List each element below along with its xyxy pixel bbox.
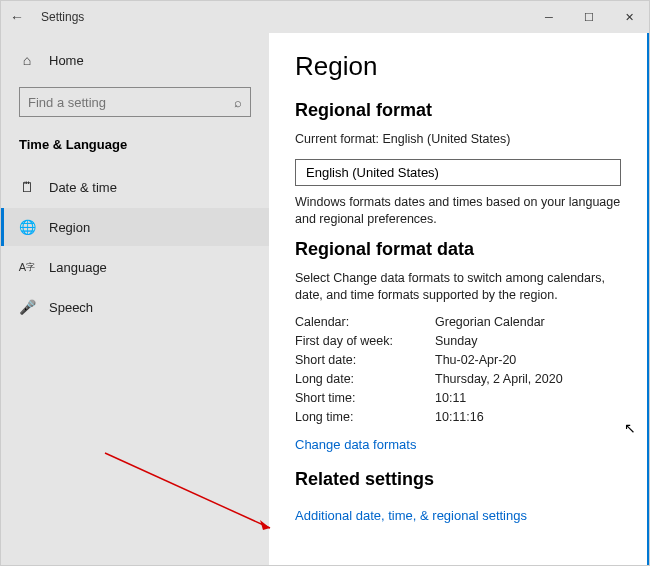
format-dropdown[interactable]: English (United States)	[295, 159, 621, 186]
sidebar-item-speech[interactable]: 🎤 Speech	[1, 288, 269, 326]
additional-settings-link[interactable]: Additional date, time, & regional settin…	[295, 508, 527, 523]
table-row: Short time:10:11	[295, 391, 621, 405]
calendar-icon: 🗒	[19, 179, 35, 195]
title-bar: ← Settings ─ ☐ ✕	[1, 1, 649, 33]
back-button[interactable]: ←	[1, 9, 33, 25]
dropdown-value: English (United States)	[306, 165, 439, 180]
content-pane: Region Regional format Current format: E…	[269, 33, 649, 565]
close-button[interactable]: ✕	[609, 1, 649, 33]
sidebar-section-title: Time & Language	[1, 131, 269, 164]
regional-format-heading: Regional format	[295, 100, 621, 121]
maximize-button[interactable]: ☐	[569, 1, 609, 33]
language-icon: A字	[19, 259, 35, 275]
search-input[interactable]: ⌕	[19, 87, 251, 117]
sidebar-item-label: Date & time	[49, 180, 117, 195]
sidebar-item-label: Speech	[49, 300, 93, 315]
table-row: Long time:10:11:16	[295, 410, 621, 424]
home-icon: ⌂	[19, 52, 35, 68]
search-icon: ⌕	[234, 95, 242, 110]
current-format-label: Current format: English (United States)	[295, 131, 621, 149]
home-nav[interactable]: ⌂ Home	[1, 41, 269, 79]
globe-icon: 🌐	[19, 219, 35, 235]
table-row: First day of week:Sunday	[295, 334, 621, 348]
change-data-formats-link[interactable]: Change data formats	[295, 437, 416, 452]
sidebar-item-language[interactable]: A字 Language	[1, 248, 269, 286]
related-settings-heading: Related settings	[295, 469, 621, 490]
table-row: Calendar:Gregorian Calendar	[295, 315, 621, 329]
sidebar-item-date-time[interactable]: 🗒 Date & time	[1, 168, 269, 206]
home-label: Home	[49, 53, 84, 68]
window-title: Settings	[33, 10, 84, 24]
format-data-table: Calendar:Gregorian Calendar First day of…	[295, 315, 621, 424]
minimize-button[interactable]: ─	[529, 1, 569, 33]
sidebar-item-label: Region	[49, 220, 90, 235]
format-data-description: Select Change data formats to switch amo…	[295, 270, 621, 305]
regional-format-data-heading: Regional format data	[295, 239, 621, 260]
sidebar-item-region[interactable]: 🌐 Region	[1, 208, 269, 246]
microphone-icon: 🎤	[19, 299, 35, 315]
sidebar-item-label: Language	[49, 260, 107, 275]
table-row: Short date:Thu-02-Apr-20	[295, 353, 621, 367]
page-title: Region	[295, 51, 621, 82]
format-description: Windows formats dates and times based on…	[295, 194, 621, 229]
table-row: Long date:Thursday, 2 April, 2020	[295, 372, 621, 386]
sidebar: ⌂ Home ⌕ Time & Language 🗒 Date & time 🌐…	[1, 33, 269, 565]
search-field[interactable]	[28, 95, 234, 110]
